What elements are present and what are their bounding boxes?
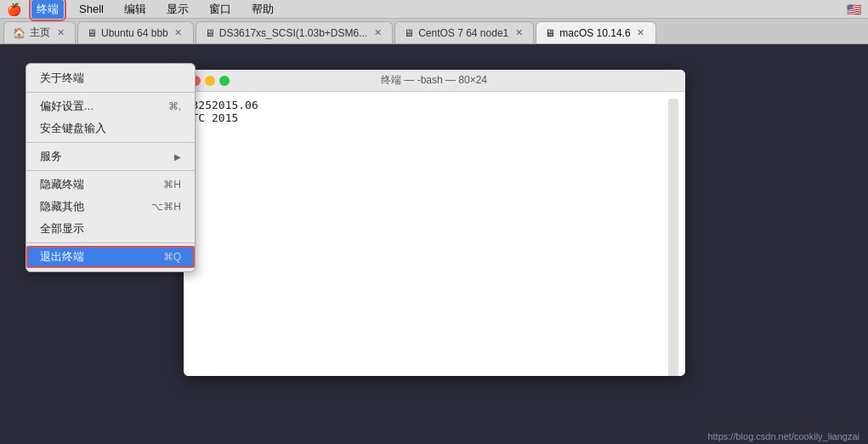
tab-home-close[interactable]: ✕ bbox=[54, 27, 66, 39]
menu-item-secure-keyboard[interactable]: 安全键盘输入 bbox=[26, 117, 195, 139]
terminal-controls bbox=[190, 76, 230, 86]
menu-item-hide-others-label: 隐藏其他 bbox=[40, 199, 84, 214]
menubar-right: 🇺🇸 bbox=[847, 3, 861, 16]
menu-item-services[interactable]: 服务 bbox=[26, 145, 195, 168]
language-flag[interactable]: 🇺🇸 bbox=[847, 3, 861, 16]
menu-window[interactable]: 窗口 bbox=[204, 0, 236, 19]
terminal-line-1: 3252015.06 bbox=[192, 99, 677, 111]
tab-centos-icon: 🖥 bbox=[404, 27, 414, 39]
terminal-title: 终端 — -bash — 80×24 bbox=[381, 73, 487, 88]
menu-item-about-label: 关于终端 bbox=[40, 71, 84, 86]
menu-item-preferences[interactable]: 偏好设置... ⌘, bbox=[26, 95, 195, 117]
tab-ds3617-icon: 🖥 bbox=[205, 27, 215, 39]
menu-shell[interactable]: Shell bbox=[74, 1, 109, 17]
divider-2 bbox=[26, 142, 195, 143]
menubar-left: 🍎 终端 Shell 编辑 显示 窗口 帮助 bbox=[7, 0, 279, 19]
maximize-button[interactable] bbox=[219, 76, 230, 86]
menu-item-hide-terminal-label: 隐藏终端 bbox=[40, 177, 84, 192]
menu-view[interactable]: 显示 bbox=[162, 0, 194, 19]
tab-ubuntu[interactable]: 🖥 Ubuntu 64 bbb ✕ bbox=[77, 21, 194, 43]
menu-item-show-all-label: 全部显示 bbox=[40, 221, 84, 236]
menu-item-services-label: 服务 bbox=[40, 149, 62, 164]
tab-macos[interactable]: 🖥 macOS 10.14.6 ✕ bbox=[536, 21, 655, 43]
menu-help[interactable]: 帮助 bbox=[247, 0, 279, 19]
terminal-body[interactable]: 3252015.06 TC 2015 bbox=[184, 92, 685, 376]
tab-home-label: 主页 bbox=[30, 26, 50, 40]
menu-item-hide-terminal-shortcut: ⌘H bbox=[163, 179, 181, 191]
tab-ubuntu-label: Ubuntu 64 bbb bbox=[101, 27, 168, 39]
menu-item-preferences-shortcut: ⌘, bbox=[168, 100, 181, 112]
tab-ds3617-close[interactable]: ✕ bbox=[372, 27, 383, 39]
menu-item-about[interactable]: 关于终端 bbox=[26, 67, 195, 89]
minimize-button[interactable] bbox=[205, 76, 215, 86]
tab-ds3617[interactable]: 🖥 DS3617xs_SCSI(1.03b+DSM6... ✕ bbox=[196, 21, 393, 43]
menu-terminal[interactable]: 终端 bbox=[31, 0, 64, 19]
tab-bar: 🏠 主页 ✕ 🖥 Ubuntu 64 bbb ✕ 🖥 DS3617xs_SCSI… bbox=[0, 19, 868, 44]
tab-centos[interactable]: 🖥 CentOS 7 64 node1 ✕ bbox=[394, 21, 534, 43]
apple-icon[interactable]: 🍎 bbox=[7, 3, 21, 16]
menu-item-quit[interactable]: 退出终端 ⌘Q bbox=[26, 246, 195, 268]
menu-item-quit-shortcut: ⌘Q bbox=[163, 251, 181, 263]
tab-home-icon: 🏠 bbox=[13, 27, 26, 39]
tab-macos-icon: 🖥 bbox=[545, 27, 555, 39]
tab-home[interactable]: 🏠 主页 ✕ bbox=[3, 21, 76, 43]
menu-item-secure-keyboard-label: 安全键盘输入 bbox=[40, 121, 106, 136]
menu-item-hide-terminal[interactable]: 隐藏终端 ⌘H bbox=[26, 174, 195, 196]
tab-centos-close[interactable]: ✕ bbox=[513, 27, 525, 39]
tab-macos-close[interactable]: ✕ bbox=[635, 27, 647, 39]
menu-item-hide-others[interactable]: 隐藏其他 ⌥⌘H bbox=[26, 196, 195, 218]
terminal-line-2: TC 2015 bbox=[192, 111, 677, 124]
terminal-titlebar: 终端 — -bash — 80×24 bbox=[184, 70, 685, 92]
bottom-url: https://blog.csdn.net/cookily_liangzai bbox=[707, 429, 859, 444]
menu-item-show-all[interactable]: 全部显示 bbox=[26, 218, 195, 240]
tab-ubuntu-close[interactable]: ✕ bbox=[173, 27, 184, 39]
tab-macos-label: macOS 10.14.6 bbox=[559, 27, 630, 39]
menu-item-preferences-label: 偏好设置... bbox=[40, 99, 94, 114]
tab-centos-label: CentOS 7 64 node1 bbox=[418, 27, 508, 39]
tab-ubuntu-icon: 🖥 bbox=[87, 27, 97, 39]
terminal-window: 终端 — -bash — 80×24 3252015.06 TC 2015 bbox=[184, 70, 685, 376]
divider-3 bbox=[26, 170, 195, 171]
menu-edit[interactable]: 编辑 bbox=[119, 0, 151, 19]
divider-4 bbox=[26, 242, 195, 243]
mac-menubar: 🍎 终端 Shell 编辑 显示 窗口 帮助 🇺🇸 bbox=[0, 0, 868, 19]
tab-ds3617-label: DS3617xs_SCSI(1.03b+DSM6... bbox=[219, 27, 367, 39]
menu-item-hide-others-shortcut: ⌥⌘H bbox=[151, 201, 181, 213]
divider-1 bbox=[26, 92, 195, 93]
menu-item-quit-label: 退出终端 bbox=[40, 249, 84, 265]
main-area: 终端 — -bash — 80×24 3252015.06 TC 2015 关于… bbox=[0, 44, 868, 444]
dropdown-menu: 关于终端 偏好设置... ⌘, 安全键盘输入 服务 隐藏终端 ⌘H 隐藏其他 ⌥… bbox=[26, 63, 196, 272]
